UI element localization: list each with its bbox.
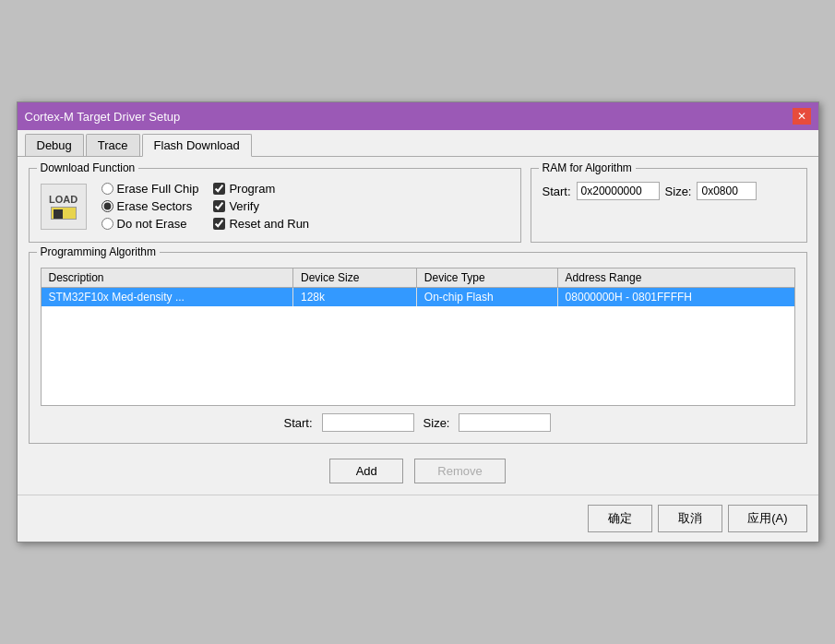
ram-start-input[interactable] bbox=[577, 182, 660, 200]
main-content: Download Function LOAD Erase Full Chip bbox=[18, 157, 818, 495]
bottom-buttons: 确定 取消 应用(A) bbox=[18, 495, 818, 542]
cell-device-type: On-chip Flash bbox=[416, 288, 557, 307]
radio-erase-sectors[interactable]: Erase Sectors bbox=[101, 199, 199, 213]
algorithm-table: Description Device Size Device Type Addr… bbox=[42, 268, 794, 306]
close-button[interactable]: ✕ bbox=[793, 108, 811, 125]
action-buttons: Add Remove bbox=[29, 459, 807, 483]
checkbox-verify-label: Verify bbox=[229, 199, 259, 213]
cancel-button[interactable]: 取消 bbox=[658, 505, 722, 532]
algo-start-size-row: Start: Size: bbox=[41, 413, 795, 432]
download-function-group: Download Function LOAD Erase Full Chip bbox=[29, 168, 521, 243]
tab-flash-download[interactable]: Flash Download bbox=[142, 134, 252, 157]
algo-size-label: Size: bbox=[423, 416, 450, 430]
radio-erase-full[interactable]: Erase Full Chip bbox=[101, 182, 199, 196]
tab-bar: Debug Trace Flash Download bbox=[18, 130, 818, 157]
checkbox-reset-run-input[interactable] bbox=[213, 218, 225, 230]
radio-do-not-erase[interactable]: Do not Erase bbox=[101, 217, 199, 231]
title-bar: Cortex-M Target Driver Setup ✕ bbox=[18, 102, 818, 130]
col-device-type: Device Type bbox=[416, 268, 557, 288]
radio-erase-sectors-label: Erase Sectors bbox=[117, 199, 193, 213]
ram-algorithm-group: RAM for Algorithm Start: Size: bbox=[531, 168, 807, 243]
checkbox-reset-run[interactable]: Reset and Run bbox=[213, 217, 309, 231]
top-row: Download Function LOAD Erase Full Chip bbox=[29, 168, 807, 243]
radio-erase-sectors-input[interactable] bbox=[101, 200, 113, 212]
radio-erase-full-label: Erase Full Chip bbox=[117, 182, 199, 196]
main-window: Cortex-M Target Driver Setup ✕ Debug Tra… bbox=[17, 101, 819, 543]
radio-erase-full-input[interactable] bbox=[101, 183, 113, 195]
checkbox-program[interactable]: Program bbox=[213, 182, 309, 196]
col-device-size: Device Size bbox=[293, 268, 417, 288]
ram-size-input[interactable] bbox=[697, 182, 757, 200]
tab-trace[interactable]: Trace bbox=[86, 134, 140, 156]
table-header-row: Description Device Size Device Type Addr… bbox=[42, 268, 794, 288]
table-row[interactable]: STM32F10x Med-density ... 128k On-chip F… bbox=[42, 288, 794, 307]
ram-size-label: Size: bbox=[665, 185, 692, 198]
programming-algorithm-label: Programming Algorithm bbox=[37, 245, 160, 258]
checkbox-reset-run-label: Reset and Run bbox=[229, 217, 309, 231]
cell-description: STM32F10x Med-density ... bbox=[42, 288, 293, 307]
checkbox-verify[interactable]: Verify bbox=[213, 199, 309, 213]
checkbox-program-label: Program bbox=[229, 182, 275, 196]
cell-address-range: 08000000H - 0801FFFFH bbox=[557, 288, 793, 307]
df-inner: LOAD Erase Full Chip Erase Sectors bbox=[41, 182, 509, 231]
algo-start-input[interactable] bbox=[322, 413, 414, 432]
ram-algorithm-label: RAM for Algorithm bbox=[539, 161, 636, 174]
program-options: Program Verify Reset and Run bbox=[213, 182, 309, 231]
window-title: Cortex-M Target Driver Setup bbox=[25, 110, 181, 124]
ok-button[interactable]: 确定 bbox=[588, 505, 652, 532]
cell-device-size: 128k bbox=[293, 288, 417, 307]
algo-size-input[interactable] bbox=[459, 413, 551, 432]
add-button[interactable]: Add bbox=[329, 459, 403, 483]
erase-options: Erase Full Chip Erase Sectors Do not Era… bbox=[101, 182, 199, 231]
load-icon: LOAD bbox=[41, 184, 87, 230]
tab-debug[interactable]: Debug bbox=[25, 134, 84, 156]
algo-start-label: Start: bbox=[284, 416, 313, 430]
remove-button[interactable]: Remove bbox=[414, 459, 505, 483]
apply-button[interactable]: 应用(A) bbox=[728, 505, 806, 532]
checkbox-verify-input[interactable] bbox=[213, 200, 225, 212]
radio-do-not-erase-label: Do not Erase bbox=[117, 217, 187, 231]
col-description: Description bbox=[42, 268, 293, 288]
algorithm-table-wrapper: Description Device Size Device Type Addr… bbox=[41, 268, 795, 406]
download-function-label: Download Function bbox=[37, 161, 139, 174]
ram-start-label: Start: bbox=[543, 185, 571, 198]
load-chip bbox=[51, 207, 77, 220]
checkbox-program-input[interactable] bbox=[213, 183, 225, 195]
ram-start-row: Start: Size: bbox=[543, 182, 795, 200]
col-address-range: Address Range bbox=[557, 268, 793, 288]
radio-do-not-erase-input[interactable] bbox=[101, 218, 113, 230]
load-text: LOAD bbox=[49, 194, 78, 205]
programming-algorithm-group: Programming Algorithm Description Device… bbox=[29, 252, 807, 444]
